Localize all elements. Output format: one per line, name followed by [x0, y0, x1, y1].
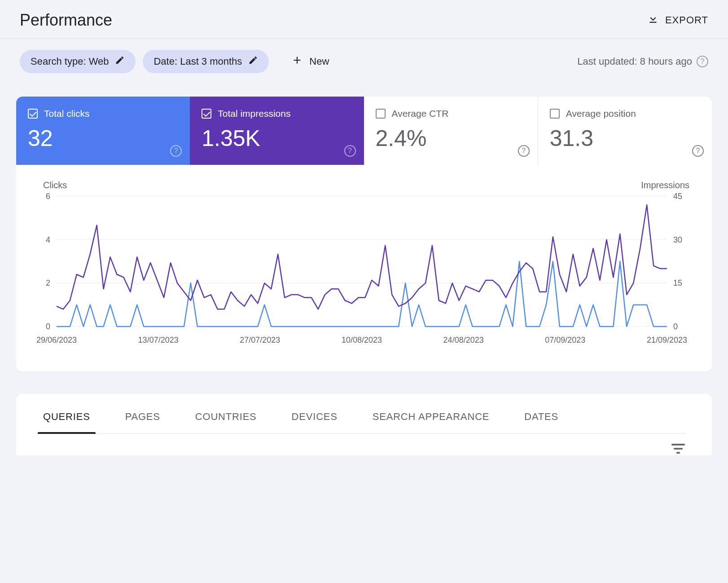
svg-text:13/07/2023: 13/07/2023: [138, 336, 179, 344]
svg-text:Impressions: Impressions: [641, 180, 689, 190]
checkbox-icon: [202, 109, 211, 119]
metric-tile-position[interactable]: Average position 31.3 ?: [538, 97, 712, 165]
svg-text:07/09/2023: 07/09/2023: [545, 336, 585, 344]
search-type-chip[interactable]: Search type: Web: [20, 50, 136, 73]
tab-devices[interactable]: DEVICES: [292, 411, 338, 433]
metric-value: 32: [28, 125, 178, 151]
metric-tile-ctr[interactable]: Average CTR 2.4% ?: [364, 97, 538, 165]
page-title: Performance: [20, 11, 112, 30]
metric-value: 2.4%: [376, 125, 526, 151]
svg-text:24/08/2023: 24/08/2023: [443, 336, 484, 344]
svg-text:27/07/2023: 27/07/2023: [240, 336, 280, 344]
help-icon[interactable]: ?: [692, 145, 704, 157]
svg-text:29/06/2023: 29/06/2023: [36, 336, 77, 344]
metric-label: Total impressions: [218, 108, 290, 119]
metric-label: Average position: [566, 108, 636, 119]
export-button[interactable]: EXPORT: [647, 13, 708, 27]
tab-dates[interactable]: DATES: [524, 411, 558, 433]
svg-text:4: 4: [46, 235, 50, 244]
metric-tile-clicks[interactable]: Total clicks 32 ?: [16, 97, 190, 165]
pencil-icon: [248, 55, 258, 68]
metric-tile-impressions[interactable]: Total impressions 1.35K ?: [190, 97, 364, 165]
export-label: EXPORT: [665, 14, 708, 26]
new-filter-button[interactable]: New: [283, 49, 337, 74]
checkbox-icon: [376, 109, 386, 119]
search-type-chip-label: Search type: Web: [31, 56, 109, 67]
help-icon[interactable]: ?: [170, 145, 182, 157]
svg-text:2: 2: [46, 278, 50, 287]
date-chip-label: Date: Last 3 months: [153, 56, 242, 67]
new-label: New: [309, 56, 329, 67]
checkbox-icon: [28, 109, 38, 119]
help-icon[interactable]: ?: [518, 145, 530, 157]
svg-text:30: 30: [673, 235, 682, 244]
plus-icon: [291, 54, 303, 69]
checkbox-icon: [550, 109, 560, 119]
filter-list-icon[interactable]: [671, 444, 685, 455]
pencil-icon: [115, 55, 125, 68]
metric-label: Total clicks: [44, 108, 90, 119]
tab-search-appearance[interactable]: SEARCH APPEARANCE: [373, 411, 490, 433]
svg-text:0: 0: [673, 322, 678, 331]
help-icon[interactable]: ?: [697, 56, 708, 67]
line-chart: 02460153045ClicksImpressions29/06/202313…: [16, 165, 712, 371]
svg-text:15: 15: [673, 278, 682, 287]
date-chip[interactable]: Date: Last 3 months: [143, 50, 269, 73]
metric-value: 1.35K: [202, 125, 352, 151]
svg-text:0: 0: [46, 322, 50, 331]
svg-text:10/08/2023: 10/08/2023: [342, 336, 382, 344]
metric-label: Average CTR: [392, 108, 449, 119]
svg-text:21/09/2023: 21/09/2023: [647, 336, 687, 344]
last-updated-text: Last updated: 8 hours ago ?: [577, 56, 708, 67]
performance-chart-card: Total clicks 32 ? Total impressions 1.35…: [16, 97, 712, 371]
dimension-tabs-card: QUERIESPAGESCOUNTRIESDEVICESSEARCH APPEA…: [16, 394, 712, 455]
svg-text:Clicks: Clicks: [43, 180, 67, 190]
download-icon: [647, 13, 659, 27]
tab-queries[interactable]: QUERIES: [43, 411, 90, 433]
svg-text:6: 6: [46, 192, 50, 201]
help-icon[interactable]: ?: [344, 145, 356, 157]
tab-pages[interactable]: PAGES: [125, 411, 160, 433]
metric-value: 31.3: [550, 125, 700, 151]
svg-text:45: 45: [673, 192, 682, 201]
tab-countries[interactable]: COUNTRIES: [195, 411, 257, 433]
